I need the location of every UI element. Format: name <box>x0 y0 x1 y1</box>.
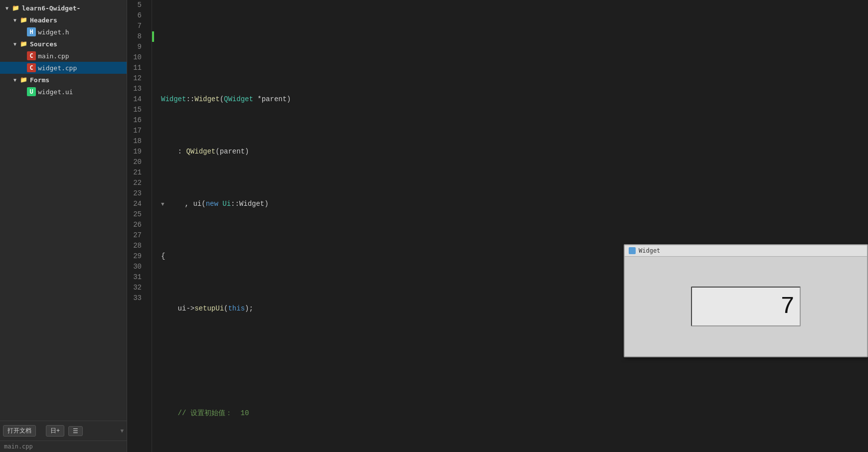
code-line-5 <box>159 42 868 52</box>
code-editor-content[interactable]: Widget::Widget(QWidget *parent) : QWidge… <box>154 0 868 452</box>
sources-icon: 📁 <box>19 39 28 48</box>
menu-button[interactable]: ☰ <box>68 426 83 436</box>
code-line-7: : QWidget(parent) <box>159 147 868 157</box>
scroll-indicator: ▼ <box>120 428 124 434</box>
code-line-8: ▼ , ui(new Ui::Widget) <box>159 199 868 209</box>
tree-item-headers[interactable]: ▼ 📁 Headers <box>0 14 127 26</box>
bottom-filename: main.cpp <box>0 441 127 452</box>
forms-label: Forms <box>30 76 49 84</box>
project-label: learn6-Qwidget- <box>22 4 80 12</box>
widget-cpp-label: widget.cpp <box>38 64 77 72</box>
tree-item-widget-h[interactable]: H widget.h <box>0 26 127 38</box>
collapse-arrow: ▼ <box>3 5 11 11</box>
sources-label: Sources <box>30 40 57 48</box>
file-tree: ▼ 📁 learn6-Qwidget- ▼ 📁 Headers H widget… <box>0 0 127 421</box>
headers-icon: 📁 <box>19 15 28 24</box>
forms-icon: 📁 <box>19 75 28 84</box>
preview-titlebar[interactable]: Widget <box>625 245 867 257</box>
headers-label: Headers <box>30 16 57 24</box>
widget-h-icon: H <box>27 27 36 36</box>
widget-window-icon <box>629 247 636 254</box>
menu-label: ☰ <box>73 428 78 435</box>
tree-item-sources[interactable]: ▼ 📁 Sources <box>0 38 127 50</box>
editor-main: 5 6 7 8 9 10 11 12 13 14 15 16 17 18 19 … <box>127 0 868 452</box>
headers-arrow: ▼ <box>11 17 19 23</box>
code-line-11 <box>159 356 868 366</box>
code-line-6: Widget::Widget(QWidget *parent) <box>159 94 868 105</box>
main-cpp-icon: C <box>27 51 36 60</box>
tree-item-project[interactable]: ▼ 📁 learn6-Qwidget- <box>0 2 127 14</box>
tree-item-widget-cpp[interactable]: C widget.cpp <box>0 62 127 74</box>
lcd-display: 7 <box>691 287 801 326</box>
tree-item-widget-ui[interactable]: U widget.ui <box>0 86 127 98</box>
main-cpp-label: main.cpp <box>38 52 69 60</box>
code-line-12: // 设置初始值： 10 <box>159 408 868 419</box>
preview-body: 7 <box>625 257 867 356</box>
code-container[interactable]: 5 6 7 8 9 10 11 12 13 14 15 16 17 18 19 … <box>127 0 868 452</box>
open-doc-button[interactable]: 打开文档 <box>3 425 36 437</box>
widget-ui-label: widget.ui <box>38 88 73 96</box>
widget-h-label: widget.h <box>38 28 69 36</box>
sidebar-bottom-bar: 打开文档 日+ ☰ ▼ <box>0 421 127 441</box>
day-plus-button[interactable]: 日+ <box>46 425 64 437</box>
forms-arrow: ▼ <box>11 77 19 83</box>
widget-cpp-icon: C <box>27 63 36 72</box>
line-numbers: 5 6 7 8 9 10 11 12 13 14 15 16 17 18 19 … <box>127 0 152 452</box>
tree-item-main-cpp[interactable]: C main.cpp <box>0 50 127 62</box>
widget-preview-window: Widget 7 <box>624 244 868 357</box>
sources-arrow: ▼ <box>11 41 19 47</box>
day-plus-label: 日+ <box>50 427 60 435</box>
open-doc-label: 打开文档 <box>7 427 31 435</box>
widget-ui-icon: U <box>27 87 36 96</box>
preview-title: Widget <box>639 247 660 254</box>
sidebar: ▼ 📁 learn6-Qwidget- ▼ 📁 Headers H widget… <box>0 0 127 452</box>
tree-item-forms[interactable]: ▼ 📁 Forms <box>0 74 127 86</box>
lcd-value: 7 <box>780 293 795 320</box>
project-icon: 📁 <box>11 3 20 12</box>
